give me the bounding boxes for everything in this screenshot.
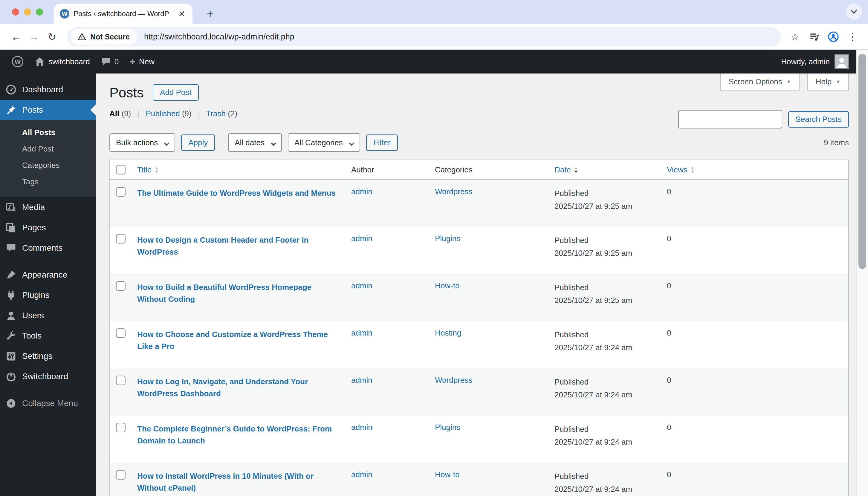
comments-shortcut[interactable]: 0 bbox=[95, 50, 124, 74]
submenu-tags[interactable]: Tags bbox=[0, 174, 96, 190]
sidebar-item-switchboard[interactable]: Switchboard bbox=[0, 366, 96, 387]
sidebar-item-plugins[interactable]: Plugins bbox=[0, 285, 96, 305]
table-row: The Ultimate Guide to WordPress Widgets … bbox=[110, 180, 849, 227]
post-title-link[interactable]: How to Log In, Navigate, and Understand … bbox=[137, 376, 339, 400]
author-link[interactable]: admin bbox=[351, 470, 372, 479]
author-link[interactable]: admin bbox=[351, 281, 372, 290]
category-link[interactable]: Wordpress bbox=[435, 187, 472, 196]
sidebar-item-dashboard[interactable]: Dashboard bbox=[0, 79, 96, 100]
my-account-menu[interactable]: Howdy, admin bbox=[781, 55, 862, 69]
row-checkbox[interactable] bbox=[116, 328, 125, 338]
apply-button[interactable]: Apply bbox=[181, 135, 215, 151]
sidebar-item-posts[interactable]: Posts bbox=[0, 100, 96, 120]
back-button[interactable]: ← bbox=[7, 31, 25, 43]
wp-logo-menu[interactable]: W bbox=[6, 50, 29, 74]
row-checkbox[interactable] bbox=[116, 234, 125, 244]
author-link[interactable]: admin bbox=[351, 376, 372, 385]
post-title-link[interactable]: The Complete Beginner’s Guide to WordPre… bbox=[137, 423, 339, 447]
category-link[interactable]: Plugins bbox=[435, 234, 460, 243]
tab-close-icon[interactable]: ✕ bbox=[177, 9, 186, 19]
post-title-link[interactable]: How to Install WordPress in 10 Minutes (… bbox=[137, 470, 339, 494]
sort-by-views[interactable]: Views▲▼ bbox=[667, 165, 695, 174]
scrollbar-thumb[interactable] bbox=[858, 54, 866, 269]
sidebar-item-tools[interactable]: Tools bbox=[0, 326, 96, 346]
search-posts-button[interactable]: Search Posts bbox=[788, 111, 849, 128]
screen-options-button[interactable]: Screen Options ▼ bbox=[720, 74, 800, 91]
browser-tab[interactable]: W Posts ‹ switchboard — WordP ✕ bbox=[54, 4, 193, 24]
tab-search-button[interactable] bbox=[846, 4, 862, 20]
post-title-link[interactable]: The Ultimate Guide to WordPress Widgets … bbox=[137, 187, 339, 199]
sidebar-item-media[interactable]: Media bbox=[0, 197, 96, 218]
not-secure-chip[interactable]: Not Secure bbox=[71, 29, 137, 45]
add-post-button[interactable]: Add Post bbox=[153, 84, 199, 101]
author-link[interactable]: admin bbox=[351, 234, 372, 243]
post-title-link[interactable]: How to Choose and Customize a WordPress … bbox=[137, 328, 339, 353]
date-header: Date bbox=[554, 165, 571, 174]
categories-filter-select[interactable]: All Categories bbox=[288, 133, 360, 152]
category-link[interactable]: How-to bbox=[435, 281, 459, 290]
search-input[interactable] bbox=[678, 110, 782, 128]
sidebar-item-label: Settings bbox=[22, 351, 52, 361]
wordpress-logo-icon: W bbox=[11, 55, 24, 68]
category-link[interactable]: Hosting bbox=[435, 328, 461, 337]
categories-header: Categories bbox=[435, 165, 473, 174]
post-title-link[interactable]: How to Design a Custom Header and Footer… bbox=[137, 234, 339, 258]
sidebar-item-settings[interactable]: Settings bbox=[0, 346, 96, 366]
visit-site-link[interactable]: switchboard bbox=[29, 50, 95, 74]
bookmark-star-icon[interactable]: ☆ bbox=[787, 31, 804, 43]
row-checkbox[interactable] bbox=[116, 281, 125, 291]
new-tab-button[interactable]: + bbox=[207, 7, 213, 20]
row-checkbox[interactable] bbox=[116, 470, 125, 480]
address-bar[interactable]: Not Secure http://switchboard.local/wp-a… bbox=[67, 27, 781, 46]
submenu-add-post[interactable]: Add Post bbox=[0, 141, 96, 157]
reload-button[interactable]: ↻ bbox=[43, 31, 61, 43]
search-box: Search Posts bbox=[678, 110, 849, 128]
category-link[interactable]: How-to bbox=[435, 470, 459, 479]
sidebar-item-comments[interactable]: Comments bbox=[0, 238, 96, 258]
chevron-down-icon: ▼ bbox=[836, 79, 840, 84]
sidebar-item-label: Switchboard bbox=[22, 372, 68, 381]
row-checkbox[interactable] bbox=[116, 423, 125, 432]
close-window-button[interactable] bbox=[12, 9, 19, 16]
collapse-menu-button[interactable]: Collapse Menu bbox=[0, 393, 96, 414]
sidebar-item-appearance[interactable]: Appearance bbox=[0, 265, 96, 285]
count: (9) bbox=[121, 109, 131, 118]
row-checkbox[interactable] bbox=[116, 187, 125, 197]
sort-by-title[interactable]: Title▲▼ bbox=[137, 165, 159, 174]
author-link[interactable]: admin bbox=[351, 423, 372, 432]
category-link[interactable]: Plugins bbox=[435, 423, 460, 432]
scrollbar[interactable] bbox=[856, 50, 868, 496]
zoom-window-button[interactable] bbox=[36, 9, 43, 16]
new-label: New bbox=[139, 57, 154, 66]
select-all-checkbox[interactable] bbox=[116, 165, 125, 174]
sort-by-date[interactable]: Date▲▼ bbox=[554, 165, 578, 174]
sidebar-item-label: Comments bbox=[22, 243, 62, 253]
author-link[interactable]: admin bbox=[351, 187, 372, 196]
minimize-window-button[interactable] bbox=[24, 9, 31, 16]
post-date: 2025/10/27 at 9:24 am bbox=[554, 341, 655, 354]
submenu-all-posts[interactable]: All Posts bbox=[0, 124, 96, 141]
sidebar-item-pages[interactable]: Pages bbox=[0, 218, 96, 238]
bulk-actions-select[interactable]: Bulk actions bbox=[109, 133, 175, 152]
view-all-link[interactable]: All bbox=[109, 109, 119, 118]
filter-button[interactable]: Filter bbox=[366, 135, 398, 151]
author-header: Author bbox=[351, 165, 374, 174]
browser-menu-icon[interactable]: ⋮ bbox=[844, 31, 861, 43]
media-controls-icon[interactable] bbox=[806, 31, 823, 42]
help-button[interactable]: Help ▼ bbox=[807, 74, 849, 91]
post-title-link[interactable]: How to Build a Beautiful WordPress Homep… bbox=[137, 281, 339, 305]
dates-filter-select[interactable]: All dates bbox=[228, 133, 282, 152]
view-published-link[interactable]: Published bbox=[146, 109, 180, 118]
profile-icon[interactable] bbox=[825, 31, 842, 43]
chevron-down-icon bbox=[349, 141, 354, 146]
post-status: Published bbox=[554, 281, 655, 294]
author-link[interactable]: admin bbox=[351, 328, 372, 337]
forward-button[interactable]: → bbox=[25, 31, 43, 43]
view-trash-link[interactable]: Trash bbox=[206, 109, 226, 118]
post-status: Published bbox=[554, 423, 655, 436]
sidebar-item-users[interactable]: Users bbox=[0, 305, 96, 326]
category-link[interactable]: Wordpress bbox=[435, 376, 472, 385]
submenu-categories[interactable]: Categories bbox=[0, 157, 96, 174]
row-checkbox[interactable] bbox=[116, 376, 125, 385]
new-content-menu[interactable]: + New bbox=[124, 50, 160, 74]
